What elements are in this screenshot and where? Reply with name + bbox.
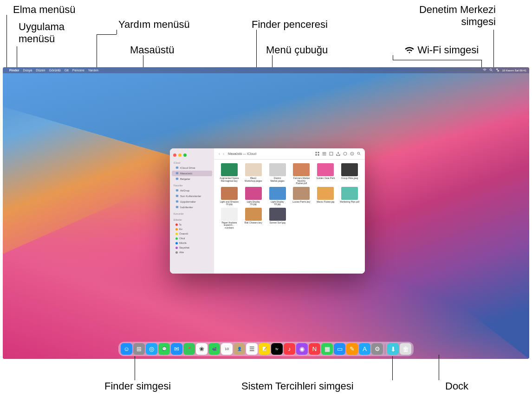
sidebar-item-label: Okul — [179, 237, 185, 240]
file-thumbnail — [293, 163, 310, 176]
nav-forward-icon[interactable]: › — [222, 152, 225, 156]
file-item[interactable]: Light Display 01.jpg — [242, 187, 265, 206]
dock-sysprefs-icon[interactable]: ⚙ — [371, 343, 383, 355]
file-item[interactable]: District Market.pages — [266, 163, 289, 185]
file-item[interactable]: Augmented Space Reimagined.key — [218, 163, 241, 185]
file-thumbnail — [341, 163, 358, 176]
menu-goruntu[interactable]: Görüntü — [49, 69, 60, 72]
sidebar-item[interactable]: Okul — [170, 236, 214, 241]
sidebar-item[interactable]: Seyahat — [170, 245, 214, 250]
menu-bar: Finder Dosya Düzen Görüntü Git Pencere Y… — [3, 67, 529, 73]
sidebar-item[interactable]: Son Kullanılanlar — [170, 193, 214, 199]
svg-rect-10 — [176, 206, 178, 208]
dock-maps-icon[interactable]: 📍 — [183, 343, 195, 355]
sidebar-item[interactable]: Belgeler — [170, 176, 214, 182]
sidebar-item[interactable]: Aile — [170, 250, 214, 255]
file-item[interactable]: Louise Parris.key — [290, 187, 313, 206]
sidebar-item[interactable]: AirDrop — [170, 188, 214, 193]
sidebar-item-label: İndirilenler — [180, 206, 193, 209]
share-icon[interactable] — [336, 152, 340, 156]
file-thumbnail — [221, 187, 238, 200]
svg-rect-15 — [323, 152, 326, 153]
file-item[interactable]: Marketing Plan.pdf — [338, 187, 361, 206]
file-name: Blend Workshop.pages — [244, 177, 263, 182]
dock-music-icon[interactable]: ♪ — [284, 343, 295, 355]
dock-pages-icon[interactable]: ✎ — [346, 343, 358, 355]
file-item[interactable]: Blend Workshop.pages — [242, 163, 265, 185]
file-item[interactable]: Light and Shadow 01.jpg — [218, 187, 241, 206]
sidebar-item[interactable]: Ev — [170, 227, 214, 231]
dock-photos-icon[interactable]: ❀ — [196, 343, 208, 355]
sidebar-item[interactable]: iCloud Drive — [170, 165, 214, 171]
sidebar-section: Konumlar — [170, 211, 214, 216]
file-item[interactable]: Paper Airplane Experim…numbers — [218, 208, 241, 230]
sidebar-item[interactable]: İndirilenler — [170, 204, 214, 210]
file-item[interactable]: Golden Gate Park — [314, 163, 337, 185]
tag-icon[interactable] — [343, 152, 347, 156]
menubar-datetime[interactable]: 10 Kasım Sal 09:41 — [502, 69, 526, 72]
spotlight-icon[interactable] — [489, 68, 493, 72]
dock-calendar-icon[interactable]: 10 — [221, 343, 233, 355]
maximize-button[interactable] — [183, 153, 187, 157]
clock-icon — [175, 194, 179, 198]
view-icons-icon[interactable] — [315, 152, 319, 156]
dock-reminders-icon[interactable]: ☰ — [246, 343, 258, 355]
minimize-button[interactable] — [178, 153, 182, 157]
view-list-icon[interactable] — [322, 152, 326, 156]
dock-contacts-icon[interactable]: 👤 — [234, 343, 245, 355]
file-item[interactable]: Light Display 03.jpg — [266, 187, 289, 206]
file-name: Light and Shadow 01.jpg — [220, 201, 239, 206]
dock-appstore-icon[interactable]: A — [359, 343, 370, 355]
search-icon[interactable] — [357, 152, 361, 156]
file-item[interactable]: Macro Flower.jpg — [314, 187, 337, 206]
dock-safari-icon[interactable]: ◎ — [146, 343, 157, 355]
dock-mail-icon[interactable]: ✉ — [171, 343, 182, 355]
group-icon[interactable] — [329, 152, 333, 156]
annotation-help-menu: Yardım menüsü — [118, 19, 190, 31]
sidebar-item[interactable]: Önemli — [170, 231, 214, 236]
apps-icon — [175, 200, 179, 204]
action-icon[interactable] — [350, 152, 354, 156]
desktop[interactable]: Finder Dosya Düzen Görüntü Git Pencere Y… — [3, 67, 529, 359]
file-item[interactable]: Group Ride.jpeg — [338, 163, 361, 185]
menu-git[interactable]: Git — [65, 69, 69, 72]
nav-back-icon[interactable]: ‹ — [218, 152, 221, 156]
annotation-apple-menu: Elma menüsü — [13, 4, 76, 16]
menu-pencere[interactable]: Pencere — [72, 69, 84, 72]
dock-messages-icon[interactable]: 💬 — [158, 343, 170, 355]
sidebar-item[interactable]: Masaüstü — [172, 171, 212, 176]
annotation-app-menu: Uygulama menüsü — [19, 21, 65, 45]
sidebar-item[interactable]: İş — [170, 222, 214, 227]
dock-finder-icon[interactable]: ☺ — [121, 343, 132, 355]
app-menu-finder[interactable]: Finder — [9, 69, 19, 72]
dock-tv-icon[interactable]: tv — [271, 343, 283, 355]
file-item[interactable]: Sunset Surf.jpg — [266, 208, 289, 230]
wifi-icon[interactable] — [483, 68, 487, 72]
dock-podcasts-icon[interactable]: ◉ — [296, 343, 308, 355]
menu-yardim[interactable]: Yardım — [88, 69, 98, 72]
sidebar-section: iCloud — [170, 160, 214, 165]
tag-dot-icon — [175, 224, 178, 226]
file-item[interactable]: Rail Chasers.key — [242, 208, 265, 230]
dock-trash-icon[interactable]: 🗑 — [400, 343, 411, 355]
dock-launchpad-icon[interactable]: ⊞ — [133, 343, 145, 355]
file-name: Louise Parris.key — [292, 201, 310, 204]
file-thumbnail — [269, 163, 286, 176]
menu-dosya[interactable]: Dosya — [23, 69, 32, 72]
dock-keynote-icon[interactable]: ▭ — [334, 343, 345, 355]
dock-numbers-icon[interactable]: ▦ — [321, 343, 333, 355]
dock-notes-icon[interactable]: 📝 — [259, 343, 270, 355]
dock-news-icon[interactable]: N — [309, 343, 320, 355]
menu-duzen[interactable]: Düzen — [36, 69, 45, 72]
dock-downloads-icon[interactable]: ⬇ — [387, 343, 399, 355]
sidebar-item-label: Aile — [179, 251, 184, 254]
file-name: Sunset Surf.jpg — [269, 222, 285, 224]
dock-facetime-icon[interactable]: 📹 — [208, 343, 220, 355]
control-center-icon[interactable] — [496, 68, 500, 72]
file-thumbnail — [317, 187, 334, 200]
close-button[interactable] — [173, 153, 176, 157]
sidebar-item[interactable]: Uygulamalar — [170, 199, 214, 204]
file-item[interactable]: Farmers Market Monthly Packet.pdf — [290, 163, 313, 185]
file-thumbnail — [245, 187, 262, 200]
sidebar-item[interactable]: Müzik — [170, 241, 214, 245]
